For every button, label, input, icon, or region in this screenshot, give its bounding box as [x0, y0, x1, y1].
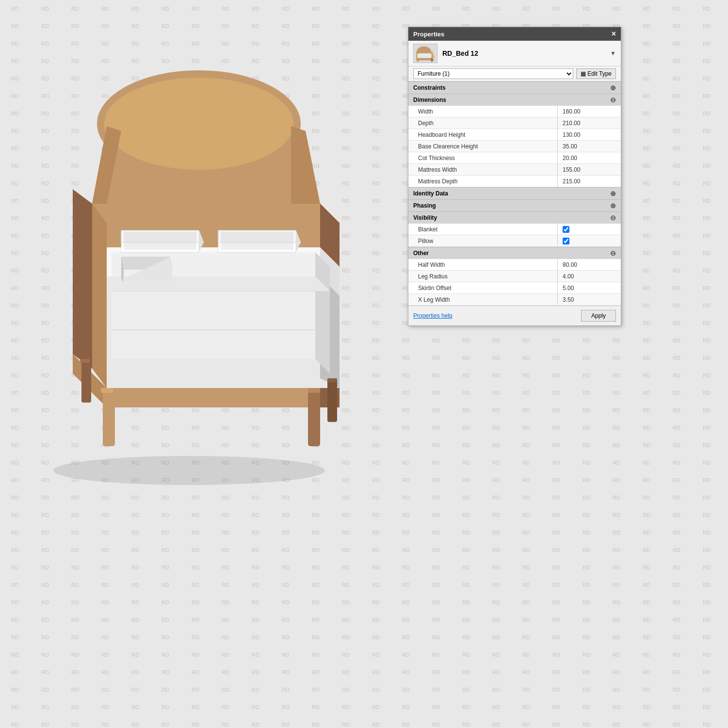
property-name: Width: [408, 106, 558, 117]
property-value[interactable]: 155.00: [558, 164, 621, 175]
svg-marker-23: [315, 252, 330, 373]
phasing-section-header[interactable]: Phasing ⊕: [408, 199, 621, 211]
constraints-section-header[interactable]: Constraints ⊕: [408, 81, 621, 94]
svg-point-6: [104, 78, 293, 170]
property-value[interactable]: 35.00: [558, 141, 621, 152]
svg-marker-10: [73, 189, 92, 369]
svg-marker-52: [418, 54, 432, 58]
dimensions-property-row: Mattress Depth 215.00: [408, 176, 621, 187]
svg-rect-41: [80, 359, 90, 363]
phasing-toggle[interactable]: ⊕: [610, 202, 616, 210]
other-property-row: Half Width 80.00: [408, 259, 621, 271]
property-name: Mattress Width: [408, 164, 558, 175]
other-property-row: Skirtin Offset 5.00: [408, 282, 621, 294]
panel-footer: Properties help Apply: [408, 306, 621, 325]
visibility-section-header[interactable]: Visibility ⊖: [408, 211, 621, 224]
svg-rect-38: [308, 388, 320, 446]
identity-data-toggle[interactable]: ⊕: [610, 190, 616, 197]
svg-point-0: [53, 456, 325, 485]
svg-marker-53: [419, 53, 431, 54]
property-value[interactable]: 130.00: [558, 129, 621, 140]
property-value[interactable]: 3.50: [558, 294, 621, 305]
object-name: RD_Bed 12: [442, 49, 605, 57]
other-property-row: X Leg Width 3.50: [408, 294, 621, 306]
other-property-row: Leg Radius 4.00: [408, 271, 621, 282]
svg-marker-35: [221, 232, 293, 250]
other-toggle[interactable]: ⊖: [610, 249, 616, 257]
visibility-toggle[interactable]: ⊖: [610, 214, 616, 222]
edit-type-button[interactable]: ▦ Edit Type: [576, 68, 616, 79]
property-name: Mattress Depth: [408, 176, 558, 187]
dimensions-property-row: Width 160.00: [408, 106, 621, 117]
property-name: Cot Thickness: [408, 152, 558, 163]
panel-header: Properties ×: [408, 27, 621, 41]
other-label: Other: [413, 250, 429, 257]
visibility-checkbox[interactable]: [563, 238, 569, 244]
svg-rect-55: [431, 58, 433, 62]
edit-type-label: Edit Type: [587, 70, 612, 77]
dimensions-property-row: Depth 210.00: [408, 117, 621, 129]
property-value[interactable]: 215.00: [558, 176, 621, 187]
object-thumbnail: [413, 44, 437, 63]
property-value[interactable]: 160.00: [558, 106, 621, 117]
svg-marker-31: [124, 232, 196, 250]
property-value[interactable]: 20.00: [558, 152, 621, 163]
dimensions-property-row: Headboard Height 130.00: [408, 129, 621, 141]
object-dropdown-arrow[interactable]: ▼: [610, 50, 616, 57]
dimensions-property-row: Base Clearence Height 35.00: [408, 141, 621, 152]
svg-rect-36: [103, 388, 115, 446]
type-select[interactable]: Furniture (1): [413, 68, 573, 79]
apply-button[interactable]: Apply: [581, 310, 616, 322]
property-name: X Leg Width: [408, 294, 558, 305]
property-value[interactable]: 4.00: [558, 271, 621, 282]
svg-rect-37: [101, 388, 113, 393]
property-value[interactable]: 80.00: [558, 259, 621, 270]
dimensions-toggle[interactable]: ⊖: [610, 96, 616, 104]
other-properties: Half Width 80.00 Leg Radius 4.00 Skirtin…: [408, 259, 621, 306]
property-name: Half Width: [408, 259, 558, 270]
svg-marker-8: [291, 126, 320, 204]
other-section-header[interactable]: Other ⊖: [408, 247, 621, 259]
property-value[interactable]: 5.00: [558, 282, 621, 293]
property-value[interactable]: [558, 235, 621, 246]
visibility-property-row: Blanket: [408, 224, 621, 235]
close-button[interactable]: ×: [612, 30, 616, 38]
property-name: Blanket: [408, 224, 558, 235]
svg-rect-40: [81, 359, 91, 403]
property-name: Headboard Height: [408, 129, 558, 140]
property-value[interactable]: 210.00: [558, 117, 621, 129]
property-name: Pillow: [408, 235, 558, 246]
phasing-label: Phasing: [413, 202, 436, 209]
property-value[interactable]: [558, 224, 621, 235]
constraints-toggle[interactable]: ⊕: [610, 84, 616, 92]
dimensions-property-row: Cot Thickness 20.00: [408, 152, 621, 164]
property-name: Leg Radius: [408, 271, 558, 282]
dimensions-label: Dimensions: [413, 97, 446, 103]
property-name: Depth: [408, 117, 558, 129]
object-row: RD_Bed 12 ▼: [408, 41, 621, 66]
dimensions-section-header[interactable]: Dimensions ⊖: [408, 94, 621, 106]
type-row: Furniture (1) ▦ Edit Type: [408, 66, 621, 81]
svg-rect-39: [308, 388, 320, 393]
property-name: Base Clearence Height: [408, 141, 558, 152]
edit-type-icon: ▦: [581, 70, 586, 77]
panel-title: Properties: [413, 31, 444, 38]
identity-data-label: Identity Data: [413, 190, 448, 197]
visibility-property-row: Pillow: [408, 235, 621, 247]
dimensions-property-row: Mattress Width 155.00: [408, 164, 621, 176]
svg-marker-9: [92, 204, 107, 388]
properties-help-link[interactable]: Properties help: [413, 312, 453, 319]
dimensions-properties: Width 160.00 Depth 210.00 Headboard Heig…: [408, 106, 621, 187]
svg-rect-54: [417, 58, 419, 62]
svg-rect-43: [327, 378, 337, 382]
visibility-properties: Blanket Pillow: [408, 224, 621, 247]
property-name: Skirtin Offset: [408, 282, 558, 293]
constraints-label: Constraints: [413, 84, 446, 91]
visibility-label: Visibility: [413, 214, 437, 221]
svg-rect-42: [327, 378, 337, 422]
visibility-checkbox[interactable]: [563, 226, 569, 233]
properties-panel: Properties × RD_Bed 12 ▼ Furniture (1) ▦…: [408, 27, 621, 326]
identity-data-section-header[interactable]: Identity Data ⊕: [408, 187, 621, 199]
